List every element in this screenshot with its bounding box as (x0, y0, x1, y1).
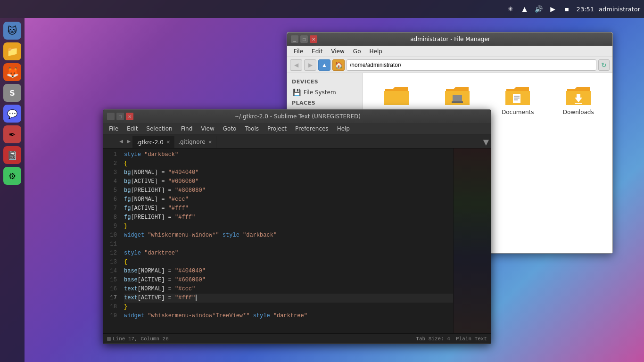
downloads-folder-icon (565, 84, 592, 107)
file-manager-menubar: File Edit View Go Help (287, 46, 612, 57)
status-tab-size[interactable]: Tab Size: 4 (416, 336, 450, 342)
code-line-3: bg[NORMAL] = "#404040" (124, 168, 453, 177)
code-line-5: bg[PRELIGHT] = "#808080" (124, 186, 453, 195)
sublime-titlebar: _ □ ✕ ~/.gtkrc-2.0 - Sublime Text (UNREG… (103, 110, 491, 123)
fm-menu-file[interactable]: File (290, 47, 307, 56)
fm-menu-view[interactable]: View (327, 47, 348, 56)
sublime-menu-preferences[interactable]: Preferences (291, 124, 332, 133)
dock-item-xfce[interactable]: 🐱 (3, 22, 21, 40)
code-line-14: base[NORMAL] = "#404040" (124, 267, 453, 276)
sublime-menu-file[interactable]: File (105, 124, 122, 133)
minimize-button[interactable]: _ (291, 35, 298, 43)
sublime-menu-tools[interactable]: Tools (241, 124, 263, 133)
code-line-19: widget "whiskermenu-window*TreeView*" st… (124, 312, 453, 321)
sublime-window-controls: _ □ ✕ (107, 113, 133, 120)
filesystem-icon: 💾 (293, 89, 301, 96)
code-line-12: style "darktree" (124, 249, 453, 258)
code-line-8: fg[PRELIGHT] = "#fff" (124, 213, 453, 222)
code-editor[interactable]: style "darkback" { bg[NORMAL] = "#404040… (120, 148, 453, 333)
window-controls-left: _ □ ✕ (291, 35, 317, 43)
wifi-icon: ▲ (520, 4, 529, 14)
clock: 23:51 (577, 6, 594, 13)
sublime-maximize-button[interactable]: □ (116, 113, 124, 120)
tab-gtkrc-close[interactable]: ✕ (166, 140, 170, 145)
dock-item-firefox[interactable]: 🦊 (3, 63, 21, 81)
code-line-1: style "darkback" (124, 150, 453, 159)
sublime-menu-find[interactable]: Find (177, 124, 197, 133)
maximize-button[interactable]: □ (300, 35, 308, 43)
sublime-menu-goto[interactable]: Goto (219, 124, 240, 133)
code-line-18: } (124, 303, 453, 312)
svg-rect-0 (453, 95, 462, 101)
address-bar[interactable] (347, 59, 596, 71)
tab-gtkrc[interactable]: .gtkrc-2.0 ✕ (132, 136, 174, 148)
close-button[interactable]: ✕ (310, 35, 317, 43)
sidebar-item-filesystem[interactable]: 💾 File System (287, 87, 362, 98)
code-line-15: base[ACTIVE] = "#606060" (124, 276, 453, 285)
dock-item-inkscape[interactable]: ✒ (3, 125, 21, 143)
code-line-6: fg[NORMAL] = "#ccc" (124, 195, 453, 204)
line-numbers: 12345 678910 1112131415 16171819 (103, 148, 120, 333)
devices-section-label: DEVICES (287, 77, 362, 87)
code-line-4: bg[ACTIVE] = "#606060" (124, 177, 453, 186)
tab-gitignore-close[interactable]: ✕ (208, 140, 212, 145)
sublime-menu-view[interactable]: View (197, 124, 218, 133)
sublime-minimize-button[interactable]: _ (107, 113, 115, 120)
power-icon: ▪ (562, 4, 572, 14)
file-manager-toolbar: ◀ ▶ ▲ 🏠 ↻ (287, 57, 612, 73)
dock-item-toggle[interactable]: ⚙ (3, 167, 21, 185)
fm-menu-go[interactable]: Go (349, 47, 365, 56)
code-line-16: text[NORMAL] = "#ccc" (124, 285, 453, 294)
code-line-17: text[ACTIVE] = "#fff" (124, 294, 453, 303)
svg-rect-7 (575, 103, 582, 104)
code-folder-icon (383, 84, 410, 107)
sublime-text-window: _ □ ✕ ~/.gtkrc-2.0 - Sublime Text (UNREG… (103, 109, 491, 344)
places-section-label: PLACES (287, 98, 362, 108)
downloads-folder-label: Downloads (563, 109, 594, 115)
up-button[interactable]: ▲ (318, 59, 330, 71)
minimap[interactable] (453, 148, 491, 333)
taskbar-right: ✳ ▲ 🔊 ▶ ▪ 23:51 administrator (506, 4, 640, 14)
sublime-menubar: File Edit Selection Find View Goto Tools… (103, 123, 491, 134)
bluetooth-icon: ✳ (506, 4, 515, 14)
media-icon: ▶ (548, 4, 558, 14)
svg-rect-2 (513, 94, 520, 103)
folder-item-downloads[interactable]: Downloads (552, 81, 605, 119)
documents-folder-label: Documents (502, 109, 534, 115)
dock-item-rednotebook[interactable]: 📓 (3, 146, 21, 164)
tab-gitignore-label: .gitignore (178, 139, 205, 145)
tab-gitignore[interactable]: .gitignore ✕ (174, 136, 216, 148)
sublime-close-button[interactable]: ✕ (126, 113, 133, 120)
dock-item-discord[interactable]: 💬 (3, 105, 21, 123)
tab-next-arrow[interactable]: ▶ (125, 135, 132, 148)
code-line-11 (124, 240, 453, 249)
code-line-7: fg[ACTIVE] = "#fff" (124, 204, 453, 213)
sublime-menu-edit[interactable]: Edit (123, 124, 141, 133)
sublime-menu-help[interactable]: Help (333, 124, 354, 133)
tabs-overflow-button[interactable]: ▼ (481, 136, 491, 148)
taskbar: ✳ ▲ 🔊 ▶ ▪ 23:51 administrator (0, 0, 644, 18)
status-right: Tab Size: 4 Plain Text (416, 336, 487, 342)
tab-nav: ◀ ▶ (117, 134, 132, 148)
back-button[interactable]: ◀ (290, 59, 302, 71)
dock-item-files[interactable]: 📁 (3, 42, 21, 60)
dock-item-sublime[interactable]: S (3, 84, 21, 102)
desktop-folder-icon (444, 84, 471, 107)
fm-menu-help[interactable]: Help (365, 47, 386, 56)
sublime-menu-selection[interactable]: Selection (142, 124, 176, 133)
status-syntax[interactable]: Plain Text (456, 336, 487, 342)
folder-item-documents[interactable]: Documents (491, 81, 545, 119)
sublime-title: ~/.gtkrc-2.0 - Sublime Text (UNREGISTERE… (133, 113, 462, 120)
sublime-tab-bar: ◀ ▶ .gtkrc-2.0 ✕ .gitignore ✕ ▼ (103, 134, 491, 148)
home-button[interactable]: 🏠 (332, 59, 345, 71)
forward-button[interactable]: ▶ (304, 59, 316, 71)
status-left: Line 17, Column 26 (107, 336, 169, 342)
tab-prev-arrow[interactable]: ◀ (117, 135, 125, 148)
sublime-menu-project[interactable]: Project (264, 124, 290, 133)
code-line-13: { (124, 258, 453, 267)
code-line-10: widget "whiskermenu-window*" style "dark… (124, 231, 453, 240)
documents-folder-icon (504, 84, 531, 107)
fm-menu-edit[interactable]: Edit (308, 47, 326, 56)
refresh-button[interactable]: ↻ (598, 59, 610, 71)
code-line-9: } (124, 222, 453, 231)
